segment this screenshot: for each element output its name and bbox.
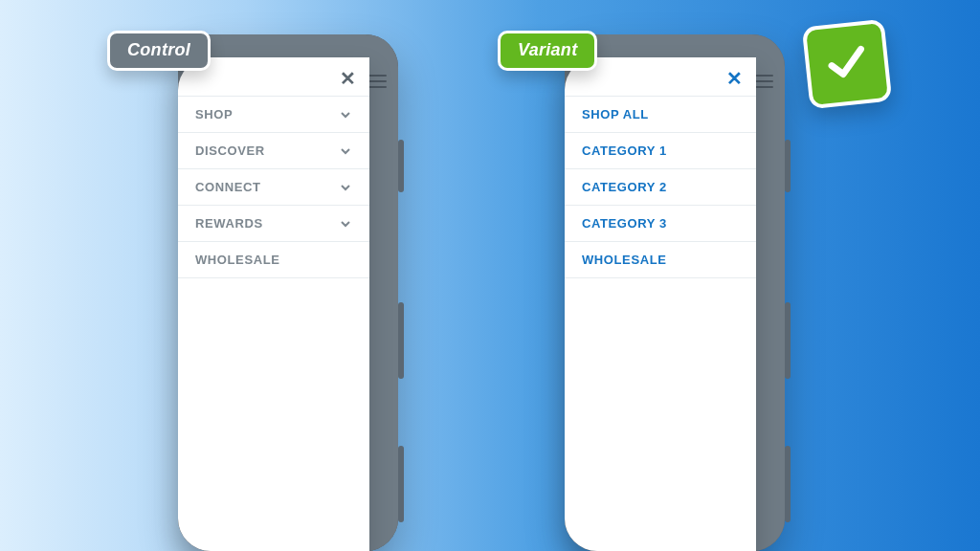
nav-item-shop-all[interactable]: SHOP ALL: [565, 96, 756, 132]
nav-item-shop[interactable]: SHOP: [178, 96, 369, 132]
nav-item-label: REWARDS: [195, 216, 263, 231]
winner-check-badge: [802, 19, 893, 110]
variant-tag-label: Variant: [518, 40, 577, 59]
comparison-stage: Control Variant ✕ SHOP: [0, 0, 980, 551]
hamburger-icon[interactable]: [754, 75, 773, 90]
nav-item-wholesale[interactable]: WHOLESALE: [565, 241, 756, 278]
close-icon[interactable]: ✕: [340, 69, 356, 88]
nav-item-label: WHOLESALE: [582, 253, 666, 267]
nav-item-label: CATEGORY 2: [582, 180, 667, 194]
chevron-down-icon: [339, 217, 352, 231]
variant-drawer: ✕ SHOP ALL CATEGORY 1 CATEGORY 2 CATEGOR…: [565, 57, 756, 551]
control-phone: ✕ SHOP DISCOVER CONNECT: [178, 34, 398, 551]
control-tag-label: Control: [127, 40, 190, 59]
nav-item-label: SHOP: [195, 107, 233, 121]
nav-item-label: CATEGORY 1: [582, 143, 667, 158]
nav-item-discover[interactable]: DISCOVER: [178, 132, 369, 168]
chevron-down-icon: [339, 181, 352, 194]
chevron-down-icon: [339, 144, 352, 158]
nav-item-category-2[interactable]: CATEGORY 2: [565, 168, 756, 205]
nav-item-label: WHOLESALE: [195, 253, 279, 267]
control-drawer: ✕ SHOP DISCOVER CONNECT: [178, 57, 369, 551]
nav-item-label: CONNECT: [195, 180, 260, 194]
variant-phone: ✕ SHOP ALL CATEGORY 1 CATEGORY 2 CATEGOR…: [565, 34, 785, 551]
nav-item-category-1[interactable]: CATEGORY 1: [565, 132, 756, 168]
nav-item-connect[interactable]: CONNECT: [178, 168, 369, 205]
nav-item-wholesale[interactable]: WHOLESALE: [178, 241, 369, 278]
nav-item-label: CATEGORY 3: [582, 216, 667, 231]
check-icon: [821, 37, 872, 92]
control-tag: Control: [107, 31, 211, 71]
hamburger-icon[interactable]: [368, 75, 387, 90]
chevron-down-icon: [339, 108, 352, 121]
nav-item-rewards[interactable]: REWARDS: [178, 205, 369, 241]
nav-item-label: DISCOVER: [195, 143, 265, 158]
variant-tag: Variant: [498, 31, 597, 71]
nav-item-label: SHOP ALL: [582, 107, 649, 121]
close-icon[interactable]: ✕: [726, 69, 743, 88]
nav-item-category-3[interactable]: CATEGORY 3: [565, 205, 756, 241]
